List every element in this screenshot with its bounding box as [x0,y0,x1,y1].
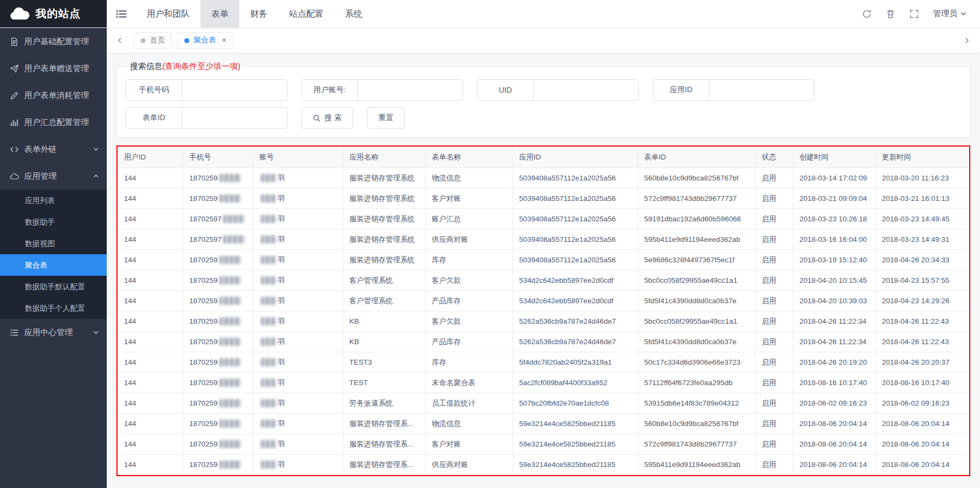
cell-app-name: 服装进销存管理系统 [343,209,426,229]
cell-updated-at: 2018-03-20 11:16:23 [876,168,969,189]
search-panel-title: 搜索信息 [130,61,162,71]
tab-status-dot [141,38,146,43]
table-row: 1441870259羽服装进销存管理系...供应商对账59e3214e4ce58… [118,455,969,475]
tabs-scroll-left-button[interactable] [112,31,128,50]
cell-form-name: 供应商对账 [426,229,513,250]
search-panel-hint: (查询条件至少填一项) [162,61,240,71]
table-row: 1441870259羽TEST3库存5f4ddc7820ab2405f2a319… [118,352,969,373]
cell-form-name: 库存 [426,352,513,373]
search-input-form-id[interactable] [182,108,287,128]
cell-account: 羽 [253,393,343,414]
search-fields-row-1: 手机号码用户账号:UID应用ID [126,79,961,101]
cell-updated-at: 2018-08-06 20:04:14 [876,414,969,434]
cell-created-at: 2018-04-20 10:39:03 [793,291,876,311]
chevron-down-icon [93,329,99,336]
cell-status: 启用 [756,414,793,434]
cell-app-name: 劳务派遣系统 [343,393,426,414]
sidebar-item-data-view[interactable]: 数据视图 [0,233,107,254]
sidebar-item-user-form-gift[interactable]: 用户表单赠送管理 [0,55,107,82]
trash-icon[interactable] [886,9,895,19]
search-field-app-id: 应用ID [653,79,815,101]
cell-status: 启用 [756,168,793,189]
table-row: 1441870259羽KB客户欠款5262a536cb9a787e24d46de… [118,311,969,332]
redaction-blur [261,256,276,264]
cell-account: 羽 [253,352,343,373]
refresh-icon[interactable] [862,9,872,19]
chart-icon [10,118,19,127]
sidebar-item-user-base-config[interactable]: 用户基础配置管理 [0,28,107,55]
cell-updated-at: 2018-03-23 14:49:45 [876,209,969,229]
cell-form-name: 供应商对账 [426,455,513,475]
user-menu[interactable]: 管理员 [933,9,966,19]
cell-created-at: 2018-03-21 09:09:04 [793,189,876,209]
cell-status: 启用 [756,270,793,291]
cell-updated-at: 2018-04-26 20:20:37 [876,352,969,373]
cell-app-id: 534d2c642ebb5897ee2d0cdf [513,291,638,311]
cell-updated-at: 2018-08-06 20:04:14 [876,434,969,455]
redaction-blur [219,194,241,203]
cell-app-id: 5ac2fcf089baf4400f33a952 [513,373,638,393]
cell-form-id: 572c9ff981743d8b29677737 [638,434,756,455]
redaction-blur [219,297,241,305]
search-input-uid[interactable] [534,80,638,100]
cell-app-id: 59e3214e4ce5825bbed21185 [513,414,638,434]
cell-app-name: 客户管理系统 [343,291,426,311]
cell-app-id: 5f4ddc7820ab2405f2a319a1 [513,352,638,373]
app-root: 我的站点 用户和团队表单财务站点配置系统 管理员 [0,0,980,488]
cell-user-id: 144 [118,311,183,332]
sidebar-item-data-helper-default-config[interactable]: 数据助手默认配置 [0,276,107,297]
sidebar-item-label: 应用管理 [24,171,57,182]
cell-created-at: 2018-08-06 20:04:14 [793,434,876,455]
site-logo[interactable]: 我的站点 [0,0,107,27]
cell-form-name: 员工借款统计 [426,393,513,414]
cell-form-id: 5fd5f41c4390dd8d0ca0b37e [638,332,756,352]
menu-list-icon [116,10,127,18]
redaction-blur [261,194,276,203]
tab-label: 聚合表 [194,36,216,45]
column-header-account: 账号 [253,147,343,168]
reset-button[interactable]: 重置 [367,107,405,129]
tab-close-icon[interactable]: × [222,36,226,45]
nav-item-forms[interactable]: 表单 [201,0,239,28]
tab-status-dot [184,38,189,43]
cell-account: 羽 [253,250,343,270]
cell-form-id: 5bc0cc058f29955ae49cc1a1 [638,311,756,332]
nav-item-system[interactable]: 系统 [334,0,373,28]
nav-item-users-teams[interactable]: 用户和团队 [136,0,201,28]
sidebar-item-data-helper[interactable]: 数据助手 [0,211,107,233]
cell-app-id: 5039408a557112e1a2025a56 [513,209,638,229]
sidebar-item-app-center-management[interactable]: 应用中心管理 [0,319,107,346]
sidebar-item-data-helper-personal-config[interactable]: 数据助手个人配置 [0,297,107,319]
sidebar-item-app-management[interactable]: 应用管理 [0,163,107,190]
search-button[interactable]: 搜 索 [301,107,353,129]
search-field-account: 用户账号: [301,79,463,101]
table-row: 1441870259羽客户管理系统客户欠款534d2c642ebb5897ee2… [118,270,969,291]
sidebar-item-user-summary-config[interactable]: 用户汇总配置管理 [0,109,107,136]
redaction-blur [261,235,276,243]
sidebar-item-aggregate-table[interactable]: 聚合表 [0,254,107,276]
nav-item-finance[interactable]: 财务 [239,0,278,28]
cloud-icon [10,172,19,181]
cell-app-id: 5039408a557112e1a2025a56 [513,250,638,270]
cell-updated-at: 2018-04-23 14:29:26 [876,291,969,311]
sidebar-item-user-form-consume[interactable]: 用户表单消耗管理 [0,82,107,109]
cell-created-at: 2018-04-26 11:22:34 [793,311,876,332]
cell-app-name: 服装进销存管理系... [343,455,426,475]
cell-user-id: 144 [118,250,183,270]
tab-aggregate-table[interactable]: 聚合表× [177,32,233,49]
sidebar-toggle-button[interactable] [107,0,136,28]
column-header-app-id: 应用ID [513,147,638,168]
nav-item-site-config[interactable]: 站点配置 [278,0,334,28]
redaction-blur [261,358,276,366]
search-input-app-id[interactable] [709,80,814,100]
search-input-account[interactable] [358,80,463,100]
sidebar-item-form-external-link[interactable]: 表单外链 [0,136,107,163]
tabs-scroll-right-button[interactable] [958,31,975,50]
tab-home[interactable]: 首页 [134,32,172,49]
fullscreen-icon[interactable] [909,9,919,19]
top-header: 我的站点 用户和团队表单财务站点配置系统 管理员 [0,0,980,28]
search-button-label: 搜 索 [325,113,342,123]
sidebar-item-app-list[interactable]: 应用列表 [0,190,107,211]
search-input-phone[interactable] [182,80,287,100]
redaction-blur [261,440,276,448]
